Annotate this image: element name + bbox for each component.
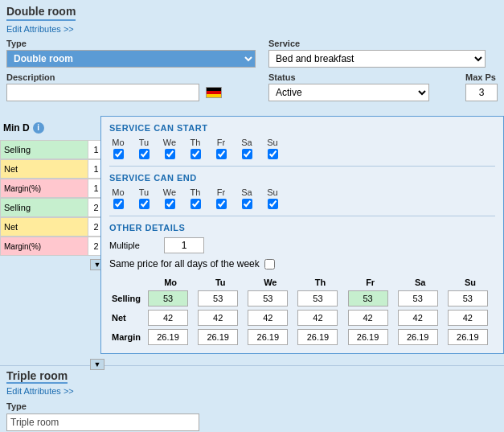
net-row: Net: [109, 308, 495, 327]
selling-th[interactable]: [297, 290, 338, 307]
margin-row-label: Margin: [109, 327, 145, 347]
flag-icon[interactable]: [206, 87, 222, 98]
grid-sa-header: Sa: [395, 276, 445, 289]
multiple-label: Multiple: [109, 241, 158, 250]
service-can-end-section: SERVICE CAN END Mo Tu We Th: [109, 173, 495, 209]
grid-fr-header: Fr: [346, 276, 395, 289]
net-th[interactable]: [297, 310, 338, 326]
margin-label-2: Margin(%): [0, 237, 88, 256]
net-fr[interactable]: [348, 310, 388, 326]
margin-label-1: Margin(%): [0, 179, 88, 198]
end-check-mo[interactable]: [113, 199, 124, 209]
selling-we[interactable]: [248, 290, 288, 307]
net-sa[interactable]: [398, 310, 438, 326]
divider-2: [109, 216, 495, 216]
type-select[interactable]: Double room: [6, 50, 256, 68]
margin-fr[interactable]: [348, 329, 388, 345]
selling-tu[interactable]: [198, 290, 238, 307]
start-check-sa[interactable]: [242, 149, 252, 159]
row-net-1: Net 1: [0, 159, 104, 179]
double-room-section: Double room Edit Attributes >> Type Doub…: [0, 0, 504, 114]
status-select[interactable]: Active: [268, 84, 429, 101]
status-maxps-group: Status Active Max Ps 3: [268, 72, 498, 101]
selling-label-2: Selling: [0, 198, 88, 217]
start-day-we: We: [161, 138, 178, 159]
net-mo[interactable]: [148, 310, 188, 326]
scroll-down-2[interactable]: ▼: [90, 359, 104, 370]
divider-1: [109, 166, 495, 167]
end-day-fr: Fr: [212, 187, 230, 209]
start-check-th[interactable]: [191, 149, 201, 159]
selling-row: Selling: [109, 289, 495, 308]
end-check-we[interactable]: [165, 199, 175, 209]
selling-fr[interactable]: [348, 290, 388, 307]
row-margin-2: Margin(%) 2: [0, 237, 104, 256]
end-check-su[interactable]: [268, 199, 278, 209]
row-margin-1: Margin(%) 1: [0, 179, 104, 198]
start-check-su[interactable]: [268, 149, 278, 159]
end-check-fr[interactable]: [216, 199, 227, 209]
other-details-section: OTHER DETAILS Multiple Same price for al…: [109, 223, 495, 347]
sidebar: Min D i Selling 1 Net 1 Margin(%) 1 Sell…: [0, 116, 104, 365]
selling-label-1: Selling: [0, 140, 88, 159]
margin-we[interactable]: [248, 329, 288, 345]
service-can-start-section: SERVICE CAN START Mo Tu We: [109, 123, 495, 159]
triple-room-title: Triple room: [6, 369, 68, 384]
start-days-row: Mo Tu We Th: [109, 138, 495, 159]
margin-su[interactable]: [448, 329, 488, 345]
status-group: Status Active: [268, 72, 457, 101]
net-su[interactable]: [448, 310, 488, 326]
triple-type-input[interactable]: Triple room: [6, 413, 199, 431]
max-ps-label: Max Ps: [465, 72, 498, 82]
end-check-th[interactable]: [191, 199, 201, 209]
margin-mo[interactable]: [148, 329, 188, 345]
net-we[interactable]: [248, 310, 288, 326]
selling-su[interactable]: [448, 290, 488, 307]
selling-sa[interactable]: [398, 290, 438, 307]
grid-mo-header: Mo: [145, 276, 195, 289]
triple-room-section: Triple room Edit Attributes >> Type Trip…: [0, 365, 504, 432]
margin-th[interactable]: [297, 329, 338, 345]
start-check-we[interactable]: [165, 149, 175, 159]
net-tu[interactable]: [198, 310, 238, 326]
min-label: Min D: [3, 122, 30, 134]
start-check-mo[interactable]: [113, 149, 124, 159]
triple-edit-link[interactable]: Edit Attributes >>: [6, 386, 498, 396]
service-can-start-title: SERVICE CAN START: [109, 123, 495, 133]
margin-tu[interactable]: [198, 329, 238, 345]
service-label: Service: [268, 39, 498, 48]
net-label-1: Net: [0, 159, 88, 179]
margin-sa[interactable]: [398, 329, 438, 345]
start-day-th: Th: [186, 138, 204, 159]
end-day-th: Th: [186, 187, 204, 209]
net-label-2: Net: [0, 217, 88, 237]
max-ps-input[interactable]: 3: [465, 84, 498, 101]
selling-mo[interactable]: [148, 290, 188, 307]
end-day-su: Su: [264, 187, 281, 209]
start-day-fr: Fr: [212, 138, 230, 159]
service-can-end-title: SERVICE CAN END: [109, 173, 495, 183]
end-check-sa[interactable]: [242, 199, 252, 209]
grid-we-header: We: [245, 276, 295, 289]
triple-type-label: Type: [6, 401, 27, 411]
start-check-fr[interactable]: [216, 149, 227, 159]
start-day-sa: Sa: [238, 138, 256, 159]
description-input[interactable]: [6, 84, 199, 101]
start-day-mo: Mo: [109, 138, 127, 159]
grid-su-header: Su: [445, 276, 495, 289]
edit-attributes-link[interactable]: Edit Attributes >>: [6, 24, 498, 34]
start-check-tu[interactable]: [139, 149, 150, 159]
end-day-we: We: [161, 187, 178, 209]
end-days-row: Mo Tu We Th: [109, 187, 495, 209]
same-price-checkbox[interactable]: [264, 259, 275, 269]
price-grid: Mo Tu We Th Fr Sa Su Selling: [109, 276, 495, 347]
grid-empty-header: [109, 276, 145, 289]
service-select[interactable]: Bed and breakfast: [268, 50, 486, 68]
margin-row: Margin: [109, 327, 495, 347]
grid-tu-header: Tu: [195, 276, 245, 289]
selling-row-label: Selling: [109, 289, 145, 308]
multiple-input[interactable]: [164, 237, 204, 253]
end-check-tu[interactable]: [139, 199, 150, 209]
overlay-panel: SERVICE CAN START Mo Tu We: [100, 116, 504, 354]
info-icon[interactable]: i: [33, 122, 44, 134]
